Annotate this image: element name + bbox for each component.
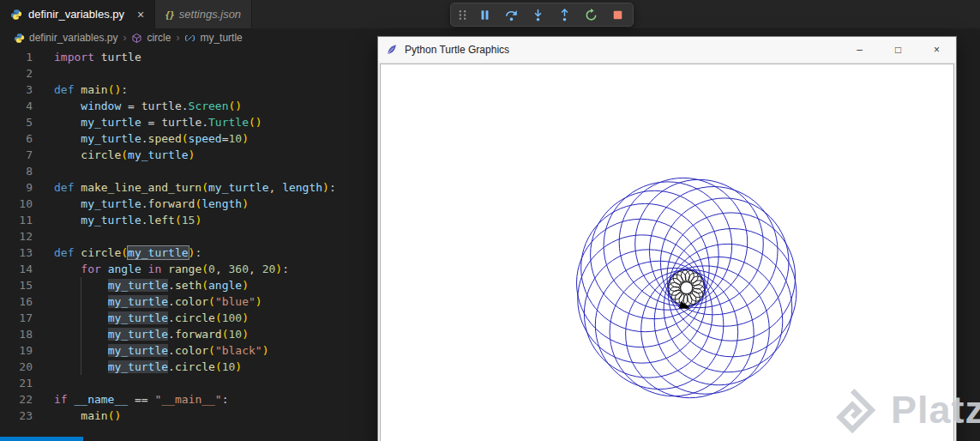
indent-guide	[81, 293, 81, 310]
line-number[interactable]: 15	[0, 277, 33, 293]
breadcrumb-label: my_turtle	[200, 32, 242, 44]
line-number[interactable]: 7	[0, 147, 33, 163]
line-content: def circle(my_turtle):	[33, 245, 201, 261]
breadcrumb-item-circle[interactable]: circle	[131, 32, 171, 44]
line-number[interactable]: 23	[0, 408, 33, 424]
code-token: def	[54, 246, 74, 259]
code-token: :	[121, 83, 128, 96]
line-number[interactable]: 6	[0, 130, 33, 147]
code-token: left	[148, 214, 175, 227]
code-token	[161, 263, 168, 275]
code-token: circle	[81, 148, 121, 161]
breadcrumb-item-definir_variables.py[interactable]: definir_variables.py	[14, 32, 117, 44]
code-token: 100	[222, 311, 242, 324]
code-token: for	[81, 263, 100, 275]
line-number[interactable]: 16	[0, 293, 33, 310]
step-over-icon	[504, 8, 519, 22]
tab-label: definir_variables.py	[28, 8, 124, 21]
line-number[interactable]: 19	[0, 342, 33, 359]
line-number[interactable]: 20	[0, 359, 33, 375]
python-icon	[10, 9, 22, 21]
minimize-icon[interactable]: –	[840, 37, 879, 62]
line-number[interactable]: 5	[0, 114, 33, 130]
drag-handle[interactable]	[455, 4, 469, 25]
line-number[interactable]: 17	[0, 310, 33, 326]
step-into-button[interactable]	[526, 4, 549, 25]
line-number[interactable]: 10	[0, 196, 33, 212]
code-token: )	[242, 279, 249, 292]
line-number[interactable]: 1	[0, 49, 33, 65]
line-number[interactable]: 18	[0, 326, 33, 342]
line-content: my_turtle = turtle.Turtle()	[33, 114, 262, 130]
stop-button[interactable]	[606, 4, 628, 25]
code-token: length	[201, 197, 242, 210]
close-icon[interactable]: ×	[917, 37, 956, 62]
code-token: (	[201, 279, 208, 292]
code-token: main	[81, 83, 107, 96]
code-token: 15	[182, 214, 195, 227]
code-token: (	[215, 311, 222, 324]
line-content: my_turtle.forward(length)	[33, 196, 249, 212]
code-token: 10	[222, 360, 236, 373]
tab-definir_variables.py[interactable]: definir_variables.py×	[0, 0, 155, 28]
code-token: 0	[208, 263, 215, 275]
line-number[interactable]: 22	[0, 391, 33, 408]
line-number[interactable]: 2	[0, 65, 33, 82]
line-number[interactable]: 4	[0, 98, 33, 114]
turtle-canvas	[380, 63, 954, 441]
step-out-button[interactable]	[553, 4, 575, 25]
line-content: def make_line_and_turn(my_turtle, length…	[33, 179, 336, 196]
code-token: my_turtle	[208, 181, 268, 194]
code-token: .	[168, 311, 175, 324]
line-content: main()	[33, 408, 121, 424]
code-token: (	[175, 214, 182, 227]
highlighted-token: my_turtle	[108, 328, 168, 341]
code-token: )	[189, 148, 195, 161]
line-number[interactable]: 21	[0, 375, 33, 391]
line-content: window = turtle.Screen()	[33, 98, 242, 114]
breadcrumb-item-my_turtle[interactable]: my_turtle	[184, 32, 242, 44]
line-number[interactable]: 12	[0, 228, 33, 245]
debug-toolbar	[450, 3, 634, 27]
indent-guide	[81, 277, 81, 293]
code-token: =	[121, 100, 141, 112]
code-token: 20	[262, 263, 276, 275]
code-token: main	[81, 409, 107, 422]
indent-guide	[81, 359, 81, 375]
turtle-window-controls: – □ ×	[840, 37, 956, 62]
code-token: seth	[175, 279, 201, 292]
maximize-icon[interactable]: □	[879, 37, 917, 62]
code-token: .	[168, 328, 175, 341]
highlighted-token: my_turtle	[108, 295, 168, 308]
code-token: circle	[175, 360, 215, 373]
line-number[interactable]: 14	[0, 261, 33, 277]
pause-button[interactable]	[473, 4, 496, 25]
code-token: )	[242, 197, 249, 210]
code-token: .	[168, 295, 175, 308]
code-token	[54, 116, 81, 129]
code-token: ,	[215, 263, 229, 275]
code-token: 10	[229, 328, 243, 341]
code-token: turtle	[161, 116, 201, 129]
line-number[interactable]: 3	[0, 82, 33, 98]
tab-settings.json[interactable]: { }settings.json	[155, 0, 252, 28]
code-token: color	[175, 344, 208, 357]
line-content: my_turtle.circle(10)	[33, 359, 242, 375]
step-over-button[interactable]	[500, 4, 522, 25]
restart-button[interactable]	[580, 4, 602, 25]
step-out-icon	[557, 8, 572, 22]
code-token: window	[81, 100, 121, 112]
line-number[interactable]: 13	[0, 245, 33, 261]
line-number[interactable]: 11	[0, 212, 33, 228]
line-number[interactable]: 9	[0, 179, 33, 196]
code-token: :	[195, 246, 201, 259]
turtle-window-titlebar[interactable]: Python Turtle Graphics – □ ×	[378, 37, 956, 62]
code-token: in	[148, 263, 162, 275]
code-token: (	[222, 328, 229, 341]
line-number[interactable]: 8	[0, 163, 33, 179]
code-token: def	[54, 83, 74, 96]
step-into-icon	[531, 8, 545, 22]
restart-icon	[584, 8, 598, 22]
breadcrumb-label: circle	[147, 32, 171, 44]
close-icon[interactable]: ×	[137, 9, 144, 21]
